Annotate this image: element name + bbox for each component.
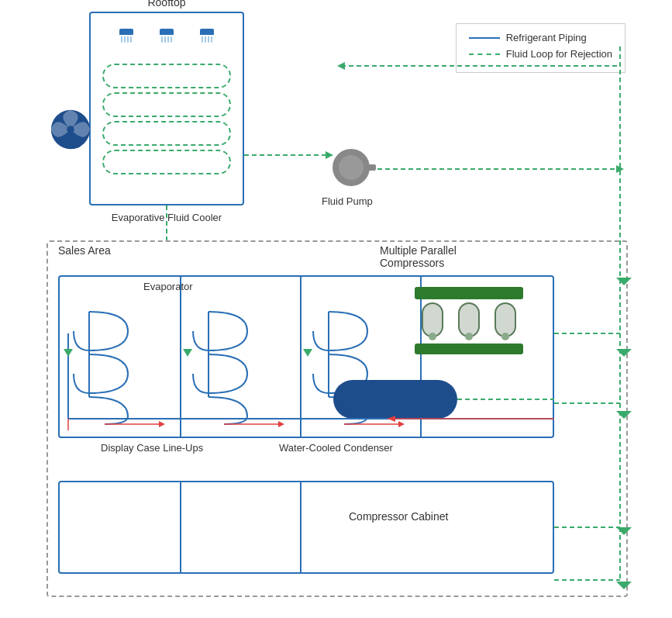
cc-divider-2 (300, 482, 302, 572)
nozzle-3 (200, 29, 214, 43)
nozzle-2 (160, 29, 174, 43)
svg-point-2 (67, 126, 74, 133)
evap-coils-2 (185, 296, 294, 432)
compressor-group (411, 287, 527, 357)
spray-nozzles (91, 29, 243, 43)
legend-line-solid (469, 37, 500, 39)
rooftop-box (89, 12, 244, 205)
drop (205, 36, 206, 43)
legend-label-fluid: Fluid Loop for Rejection (506, 48, 612, 60)
comp-cylinder-2 (458, 302, 480, 337)
svg-marker-13 (278, 421, 284, 427)
nozzle-head (200, 29, 214, 35)
spray-drops (202, 36, 212, 43)
drop (208, 36, 209, 43)
spray-drops (161, 36, 172, 43)
svg-rect-5 (365, 164, 376, 171)
svg-marker-21 (616, 165, 624, 173)
drop (202, 36, 203, 43)
rooftop-label: Rooftop (89, 0, 244, 9)
drop (164, 36, 166, 43)
display-case-label: Display Case Line-Ups (101, 442, 203, 454)
compressor-cabinet-box (58, 481, 554, 574)
water-cooled-label: Water-Cooled Condenser (279, 442, 393, 454)
compressors-label: Multiple ParallelCompressors (380, 244, 457, 269)
compressor-cabinet-label: Compressor Cabinet (349, 510, 448, 523)
dc-divider-2 (300, 277, 302, 437)
comp-cylinder-3 (495, 302, 516, 337)
legend-item-fluid: Fluid Loop for Rejection (469, 48, 612, 60)
drop (121, 36, 122, 43)
drop (171, 36, 172, 43)
fan-icon-svg (48, 107, 93, 152)
drop (130, 36, 132, 43)
drop (211, 36, 212, 43)
svg-marker-24 (337, 62, 345, 70)
drop (167, 36, 169, 43)
evaporator-label: Evaporator (143, 281, 193, 292)
legend-label-refrigerant: Refrigerant Piping (506, 32, 587, 43)
svg-point-4 (339, 155, 364, 180)
evap-coils-1 (66, 296, 174, 432)
diagram-container: Refrigerant Piping Fluid Loop for Reject… (0, 0, 672, 618)
wcc-cylinder (333, 380, 457, 419)
coil-loop-2 (102, 92, 231, 117)
svg-marker-9 (159, 421, 165, 427)
rooftop-coils (102, 64, 231, 196)
nozzle-1 (119, 29, 133, 43)
efc-label: Evaporative Fluid Cooler (89, 212, 244, 223)
dc-divider-1 (180, 277, 181, 437)
sales-area-label: Sales Area (58, 244, 111, 257)
drop (161, 36, 163, 43)
nozzle-head (160, 29, 174, 35)
coil-loop-1 (102, 64, 231, 88)
drop (124, 36, 126, 43)
fluid-pump-label: Fluid Pump (322, 195, 373, 207)
legend-item-refrigerant: Refrigerant Piping (469, 32, 612, 43)
nozzle-head (119, 29, 133, 35)
comp-cylinder-1 (422, 302, 443, 337)
cc-divider-1 (180, 482, 181, 572)
comp-cylinders (411, 302, 527, 337)
legend: Refrigerant Piping Fluid Loop for Reject… (456, 23, 625, 73)
comp-bar-top (415, 287, 523, 299)
comp-bar-mid (415, 344, 523, 354)
coil-loop-4 (102, 150, 231, 174)
fluid-pump-icon (329, 146, 376, 188)
svg-marker-17 (398, 421, 405, 427)
drop (127, 36, 129, 43)
legend-line-dashed (469, 54, 500, 55)
spray-drops (121, 36, 132, 43)
coil-loop-3 (102, 121, 231, 146)
